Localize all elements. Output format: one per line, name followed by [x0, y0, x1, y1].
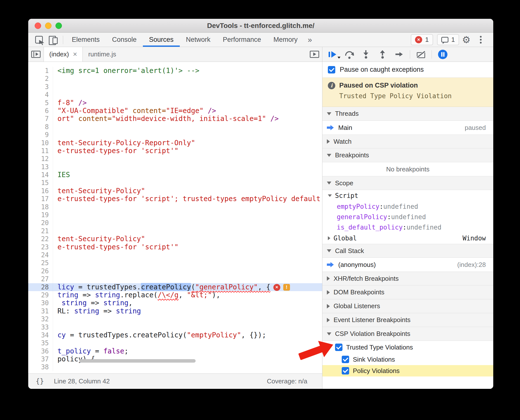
inspect-element-button[interactable]: [32, 33, 46, 47]
expand-triangle-icon[interactable]: [327, 304, 330, 308]
code-line-25[interactable]: 25: [28, 259, 322, 267]
code-line-27[interactable]: 27: [28, 275, 322, 283]
line-number[interactable]: 35: [28, 339, 53, 347]
line-number[interactable]: 20: [28, 219, 53, 227]
code-line-28[interactable]: 28licy = trustedTypes.createPolicy("gene…: [28, 283, 322, 291]
line-number[interactable]: 26: [28, 267, 53, 275]
line-number[interactable]: 16: [28, 187, 53, 195]
line-number[interactable]: 8: [28, 123, 53, 131]
line-number[interactable]: 19: [28, 211, 53, 219]
code-line-3[interactable]: 3: [28, 83, 322, 91]
line-number[interactable]: 17: [28, 195, 53, 203]
code-line-36[interactable]: 36t_policy = false;: [28, 347, 322, 355]
line-number[interactable]: 28: [28, 283, 53, 291]
line-number[interactable]: 6: [28, 107, 53, 115]
trusted-type-violations-checkbox[interactable]: [335, 344, 342, 351]
scope-variable[interactable]: generalPolicy: undefined: [322, 212, 493, 222]
file-tab-index[interactable]: (index) ×: [44, 47, 83, 62]
collapse-triangle-icon[interactable]: [327, 112, 331, 115]
line-number[interactable]: 33: [28, 323, 53, 331]
policy-violations-checkbox[interactable]: [342, 367, 349, 374]
expand-triangle-icon[interactable]: [328, 236, 330, 240]
section-global-listeners[interactable]: Global Listeners: [322, 299, 493, 313]
tab-sources[interactable]: Sources: [143, 33, 180, 47]
tab-elements[interactable]: Elements: [66, 33, 106, 47]
line-number[interactable]: 9: [28, 131, 53, 139]
csp-item-sink-violations[interactable]: Sink Violations: [322, 354, 493, 365]
tab-network[interactable]: Network: [180, 33, 217, 47]
line-number[interactable]: 7: [28, 115, 53, 123]
settings-button[interactable]: ⚙: [459, 33, 473, 47]
scope-script-node[interactable]: Script: [322, 190, 493, 201]
scope-variable[interactable]: emptyPolicy: undefined: [322, 201, 493, 212]
minimize-window-button[interactable]: [45, 23, 52, 29]
collapse-triangle-icon[interactable]: [327, 332, 331, 335]
line-number[interactable]: 21: [28, 227, 53, 235]
line-number[interactable]: 1: [28, 67, 53, 75]
code-line-4[interactable]: 4: [28, 91, 322, 99]
window-titlebar[interactable]: DevTools - tt-enforced.glitch.me/: [28, 19, 493, 33]
menu-button[interactable]: [473, 33, 488, 47]
expand-triangle-icon[interactable]: [327, 139, 330, 144]
collapse-triangle-icon[interactable]: [328, 194, 332, 197]
code-line-10[interactable]: 10tent-Security-Policy-Report-Only": [28, 139, 322, 147]
section-threads[interactable]: Threads: [322, 107, 493, 121]
more-tabs-button[interactable]: »: [304, 35, 316, 44]
code-line-17[interactable]: 17e-trusted-types-for 'script'; trusted-…: [28, 195, 322, 203]
line-number[interactable]: 18: [28, 203, 53, 211]
line-number[interactable]: 14: [28, 171, 53, 179]
line-number[interactable]: 3: [28, 83, 53, 91]
code-line-8[interactable]: 8: [28, 123, 322, 131]
code-editor[interactable]: 1<img src=1 onerror='alert(1)'> -->2345f…: [28, 62, 322, 373]
code-line-1[interactable]: 1<img src=1 onerror='alert(1)'> -->: [28, 67, 322, 75]
line-number[interactable]: 27: [28, 275, 53, 283]
section-breakpoints[interactable]: Breakpoints: [322, 148, 493, 162]
line-number[interactable]: 36: [28, 347, 53, 355]
line-number[interactable]: 22: [28, 235, 53, 243]
line-number[interactable]: 29: [28, 291, 53, 299]
inline-error-icon[interactable]: ×: [273, 284, 280, 291]
line-number[interactable]: 32: [28, 315, 53, 323]
line-number[interactable]: 38: [28, 363, 53, 371]
code-line-21[interactable]: 21: [28, 227, 322, 235]
code-line-38[interactable]: 38: [28, 363, 322, 371]
tab-memory[interactable]: Memory: [267, 33, 304, 47]
line-number[interactable]: 2: [28, 75, 53, 83]
code-line-29[interactable]: 29tring => string.replace(/\</g, "&lt;")…: [28, 291, 322, 299]
line-number[interactable]: 10: [28, 139, 53, 147]
code-line-31[interactable]: 31RL: string => string: [28, 307, 322, 315]
step-into-button[interactable]: [358, 47, 374, 62]
expand-triangle-icon[interactable]: [327, 276, 330, 281]
code-line-18[interactable]: 18: [28, 203, 322, 211]
code-line-14[interactable]: 14IES: [28, 171, 322, 179]
code-line-30[interactable]: 30 string => string,: [28, 299, 322, 307]
pretty-print-icon[interactable]: {}: [36, 377, 44, 385]
line-number[interactable]: 13: [28, 163, 53, 171]
debugger-toggle-button[interactable]: [307, 47, 322, 62]
errors-badge[interactable]: × 1: [411, 34, 433, 45]
thread-main[interactable]: Main paused: [322, 121, 493, 135]
code-line-2[interactable]: 2: [28, 75, 322, 83]
code-line-32[interactable]: 32: [28, 315, 322, 323]
code-line-19[interactable]: 19: [28, 211, 322, 219]
line-number[interactable]: 31: [28, 307, 53, 315]
section-csp-violation-breakpoints[interactable]: CSP Violation Breakpoints: [322, 327, 493, 341]
csp-item-trusted-type-violations[interactable]: Trusted Type Violations: [322, 341, 493, 354]
close-window-button[interactable]: [35, 23, 41, 29]
scope-variable[interactable]: is_default_policy: undefined: [322, 222, 493, 233]
zoom-window-button[interactable]: [55, 23, 62, 29]
sink-violations-checkbox[interactable]: [342, 356, 349, 363]
section-watch[interactable]: Watch: [322, 135, 493, 148]
line-number[interactable]: 25: [28, 259, 53, 267]
line-number[interactable]: 23: [28, 243, 53, 251]
device-toolbar-button[interactable]: [46, 33, 60, 47]
code-line-13[interactable]: 13: [28, 163, 322, 171]
code-line-11[interactable]: 11e-trusted-types-for 'script'": [28, 147, 322, 155]
code-line-35[interactable]: 35: [28, 339, 322, 347]
code-line-24[interactable]: 24: [28, 251, 322, 259]
line-number[interactable]: 11: [28, 147, 53, 155]
expand-triangle-icon[interactable]: [327, 318, 330, 322]
code-line-26[interactable]: 26: [28, 267, 322, 275]
code-line-33[interactable]: 33: [28, 323, 322, 331]
code-line-16[interactable]: 16tent-Security-Policy": [28, 187, 322, 195]
